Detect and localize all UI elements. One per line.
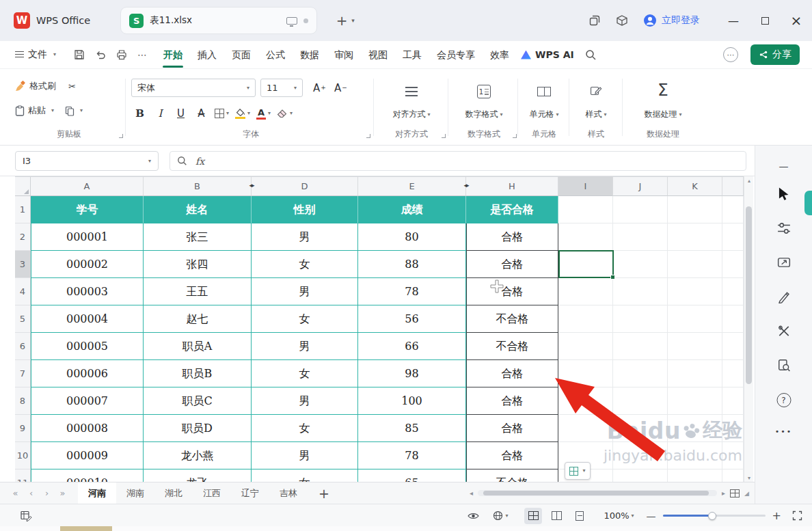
search-icon[interactable]: [585, 49, 597, 61]
cell-D4[interactable]: 男: [252, 278, 358, 305]
row-header-6[interactable]: 6: [15, 333, 31, 360]
copy-button[interactable]: ▾: [65, 106, 83, 116]
cell-H7[interactable]: 合格: [466, 360, 558, 387]
vertical-scrollbar-thumb[interactable]: [746, 206, 752, 384]
cell-E9[interactable]: 85: [358, 415, 466, 442]
cell-B2[interactable]: 张三: [144, 223, 252, 251]
cell-J5[interactable]: [613, 305, 668, 333]
alignment-dialog-launcher[interactable]: [442, 134, 446, 138]
column-header-D[interactable]: D: [252, 177, 358, 196]
cell-x5[interactable]: [722, 305, 744, 333]
cell-A7[interactable]: 000006: [31, 360, 144, 387]
strikethrough-button[interactable]: A: [193, 105, 210, 122]
font-size-select[interactable]: 11 ▾: [260, 79, 303, 97]
maximize-button[interactable]: [749, 0, 781, 41]
cell-J11[interactable]: [613, 469, 668, 482]
bold-button[interactable]: B: [131, 105, 148, 122]
tab-list-chevron-icon[interactable]: ▾: [351, 17, 355, 24]
cell-D1[interactable]: 性别: [252, 196, 358, 223]
cell-E7[interactable]: 98: [358, 360, 466, 387]
web-preview-button[interactable]: ▾: [493, 510, 508, 521]
apps-box-icon[interactable]: [616, 14, 628, 27]
menu-tab-开始[interactable]: 开始: [156, 41, 190, 68]
cell-B1[interactable]: 姓名: [144, 196, 252, 223]
cell-J1[interactable]: [613, 196, 668, 223]
number-format-dropdown[interactable]: 数字格式 ▾: [451, 109, 517, 120]
cell-x2[interactable]: [722, 223, 744, 251]
row-header-7[interactable]: 7: [15, 360, 31, 387]
select-cursor-icon[interactable]: [778, 187, 790, 201]
sheet-tab-吉林[interactable]: 吉林: [269, 482, 308, 504]
borders-button[interactable]: ▾: [213, 105, 230, 122]
cell-D9[interactable]: 女: [252, 415, 358, 442]
cell-K2[interactable]: [668, 223, 722, 251]
zoom-out-button[interactable]: —: [647, 510, 656, 521]
cell-K4[interactable]: [668, 278, 722, 305]
scroll-up-icon[interactable]: ▴: [744, 178, 754, 184]
cell-B3[interactable]: 张四: [144, 251, 252, 278]
file-menu-button[interactable]: 文件 ▾: [15, 49, 56, 61]
cell-x1[interactable]: [722, 196, 744, 223]
table-edit-icon[interactable]: [21, 510, 32, 521]
cell-I8[interactable]: [558, 387, 613, 415]
cell-I4[interactable]: [558, 278, 613, 305]
cell-A11[interactable]: 000010: [31, 469, 144, 482]
row-header-9[interactable]: 9: [15, 415, 31, 442]
undo-icon[interactable]: [95, 49, 106, 60]
cell-A2[interactable]: 000001: [31, 223, 144, 251]
cell-K3[interactable]: [668, 251, 722, 278]
normal-view-button[interactable]: [524, 508, 542, 524]
menu-tab-效率[interactable]: 效率: [483, 41, 517, 68]
underline-button[interactable]: U: [172, 105, 189, 122]
row-header-3[interactable]: 3: [15, 251, 31, 278]
vertical-scrollbar[interactable]: ▴ ▾: [744, 176, 753, 482]
cell-D3[interactable]: 女: [252, 251, 358, 278]
save-icon[interactable]: [74, 49, 85, 60]
adjust-sliders-icon[interactable]: [777, 222, 791, 234]
chart-edit-icon[interactable]: [777, 290, 790, 303]
split-handle-icon[interactable]: ◢: [744, 490, 749, 497]
fill-handle[interactable]: [610, 275, 615, 280]
page-layout-view-button[interactable]: [571, 508, 588, 524]
sheet-tab-河南[interactable]: 河南: [78, 482, 116, 504]
zoom-in-button[interactable]: +: [772, 509, 781, 522]
cell-D11[interactable]: 女: [252, 469, 358, 482]
cell-B8[interactable]: 职员C: [144, 387, 252, 415]
cell-A1[interactable]: 学号: [31, 196, 144, 223]
cell-I5[interactable]: [558, 305, 613, 333]
cell-D6[interactable]: 男: [252, 333, 358, 360]
row-header-8[interactable]: 8: [15, 387, 31, 415]
row-header-4[interactable]: 4: [15, 278, 31, 305]
login-button[interactable]: 立即登录: [643, 14, 700, 27]
cell-x11[interactable]: [722, 469, 744, 482]
cell-E8[interactable]: 100: [358, 387, 466, 415]
cell-H3[interactable]: 合格: [466, 251, 558, 278]
minimize-button[interactable]: —: [718, 0, 749, 41]
font-color-button[interactable]: A ▾: [255, 105, 272, 122]
cell-E5[interactable]: 56: [358, 305, 466, 333]
cell-E6[interactable]: 66: [358, 333, 466, 360]
zoom-level-button[interactable]: 100% ▾: [604, 510, 634, 521]
cell-B6[interactable]: 职员A: [144, 333, 252, 360]
hidden-columns-indicator[interactable]: ◂▸: [249, 182, 254, 189]
cell-K6[interactable]: [668, 333, 722, 360]
name-box[interactable]: I3 ▾: [15, 151, 159, 171]
more-options-button[interactable]: ⋯: [723, 47, 738, 62]
column-header-A[interactable]: A: [31, 177, 144, 196]
assistant-docked-tab[interactable]: [804, 191, 812, 215]
close-button[interactable]: ×: [781, 0, 812, 41]
cell-A3[interactable]: 000002: [31, 251, 144, 278]
column-header-overflow[interactable]: [722, 177, 744, 196]
cell-A10[interactable]: 000009: [31, 442, 144, 469]
cell-x3[interactable]: [722, 251, 744, 278]
cell-D8[interactable]: 男: [252, 387, 358, 415]
eraser-button[interactable]: ▾: [275, 105, 294, 122]
cell-J7[interactable]: [613, 360, 668, 387]
cell-A8[interactable]: 000007: [31, 387, 144, 415]
scroll-down-icon[interactable]: ▾: [744, 475, 754, 481]
zoom-slider[interactable]: [663, 515, 766, 517]
cell-H8[interactable]: 合格: [466, 387, 558, 415]
clipboard-dialog-launcher[interactable]: [119, 134, 123, 138]
app-brand[interactable]: W WPS Office: [14, 12, 90, 29]
cell-J6[interactable]: [613, 333, 668, 360]
